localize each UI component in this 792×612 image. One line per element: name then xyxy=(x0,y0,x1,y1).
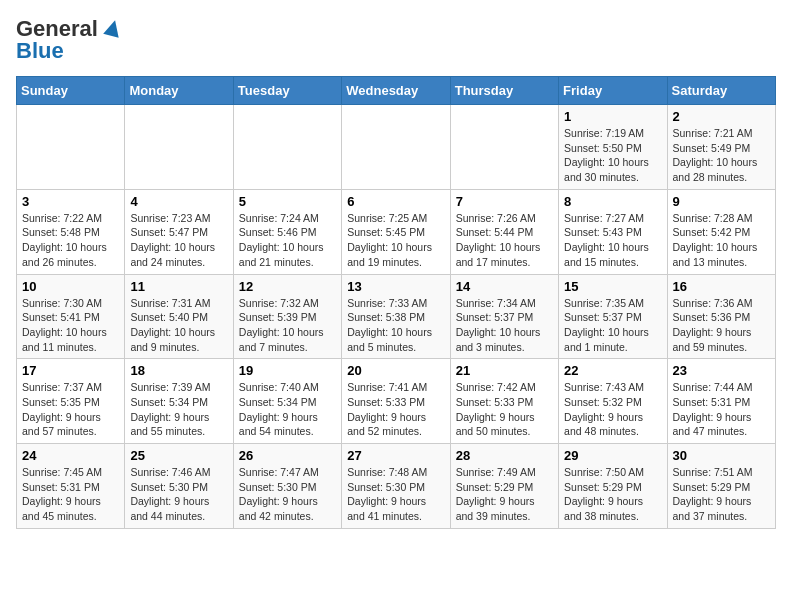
day-info: Sunrise: 7:49 AM Sunset: 5:29 PM Dayligh… xyxy=(456,465,553,524)
day-number: 29 xyxy=(564,448,661,463)
calendar-cell: 24Sunrise: 7:45 AM Sunset: 5:31 PM Dayli… xyxy=(17,444,125,529)
calendar-cell: 3Sunrise: 7:22 AM Sunset: 5:48 PM Daylig… xyxy=(17,189,125,274)
calendar-cell: 15Sunrise: 7:35 AM Sunset: 5:37 PM Dayli… xyxy=(559,274,667,359)
calendar-week-row: 17Sunrise: 7:37 AM Sunset: 5:35 PM Dayli… xyxy=(17,359,776,444)
calendar-cell xyxy=(17,105,125,190)
calendar-week-row: 10Sunrise: 7:30 AM Sunset: 5:41 PM Dayli… xyxy=(17,274,776,359)
col-header-wednesday: Wednesday xyxy=(342,77,450,105)
calendar-cell: 4Sunrise: 7:23 AM Sunset: 5:47 PM Daylig… xyxy=(125,189,233,274)
calendar-cell: 28Sunrise: 7:49 AM Sunset: 5:29 PM Dayli… xyxy=(450,444,558,529)
calendar-header-row: SundayMondayTuesdayWednesdayThursdayFrid… xyxy=(17,77,776,105)
day-info: Sunrise: 7:46 AM Sunset: 5:30 PM Dayligh… xyxy=(130,465,227,524)
day-number: 4 xyxy=(130,194,227,209)
day-number: 16 xyxy=(673,279,770,294)
day-number: 19 xyxy=(239,363,336,378)
day-info: Sunrise: 7:30 AM Sunset: 5:41 PM Dayligh… xyxy=(22,296,119,355)
day-info: Sunrise: 7:48 AM Sunset: 5:30 PM Dayligh… xyxy=(347,465,444,524)
day-number: 8 xyxy=(564,194,661,209)
day-number: 2 xyxy=(673,109,770,124)
logo-blue-text: Blue xyxy=(16,38,64,64)
calendar-cell: 5Sunrise: 7:24 AM Sunset: 5:46 PM Daylig… xyxy=(233,189,341,274)
day-info: Sunrise: 7:41 AM Sunset: 5:33 PM Dayligh… xyxy=(347,380,444,439)
day-info: Sunrise: 7:34 AM Sunset: 5:37 PM Dayligh… xyxy=(456,296,553,355)
day-info: Sunrise: 7:47 AM Sunset: 5:30 PM Dayligh… xyxy=(239,465,336,524)
day-number: 21 xyxy=(456,363,553,378)
calendar-cell: 19Sunrise: 7:40 AM Sunset: 5:34 PM Dayli… xyxy=(233,359,341,444)
day-info: Sunrise: 7:26 AM Sunset: 5:44 PM Dayligh… xyxy=(456,211,553,270)
day-info: Sunrise: 7:50 AM Sunset: 5:29 PM Dayligh… xyxy=(564,465,661,524)
calendar-week-row: 3Sunrise: 7:22 AM Sunset: 5:48 PM Daylig… xyxy=(17,189,776,274)
day-number: 10 xyxy=(22,279,119,294)
calendar-cell: 10Sunrise: 7:30 AM Sunset: 5:41 PM Dayli… xyxy=(17,274,125,359)
day-number: 7 xyxy=(456,194,553,209)
col-header-monday: Monday xyxy=(125,77,233,105)
day-number: 25 xyxy=(130,448,227,463)
day-info: Sunrise: 7:44 AM Sunset: 5:31 PM Dayligh… xyxy=(673,380,770,439)
day-number: 14 xyxy=(456,279,553,294)
calendar-cell xyxy=(233,105,341,190)
day-info: Sunrise: 7:33 AM Sunset: 5:38 PM Dayligh… xyxy=(347,296,444,355)
col-header-saturday: Saturday xyxy=(667,77,775,105)
day-info: Sunrise: 7:27 AM Sunset: 5:43 PM Dayligh… xyxy=(564,211,661,270)
day-number: 5 xyxy=(239,194,336,209)
col-header-sunday: Sunday xyxy=(17,77,125,105)
day-info: Sunrise: 7:35 AM Sunset: 5:37 PM Dayligh… xyxy=(564,296,661,355)
day-number: 24 xyxy=(22,448,119,463)
calendar-cell: 14Sunrise: 7:34 AM Sunset: 5:37 PM Dayli… xyxy=(450,274,558,359)
day-number: 11 xyxy=(130,279,227,294)
calendar-cell: 16Sunrise: 7:36 AM Sunset: 5:36 PM Dayli… xyxy=(667,274,775,359)
calendar-cell xyxy=(342,105,450,190)
calendar-cell: 11Sunrise: 7:31 AM Sunset: 5:40 PM Dayli… xyxy=(125,274,233,359)
logo-triangle-icon xyxy=(103,18,123,42)
day-info: Sunrise: 7:31 AM Sunset: 5:40 PM Dayligh… xyxy=(130,296,227,355)
day-number: 9 xyxy=(673,194,770,209)
day-info: Sunrise: 7:25 AM Sunset: 5:45 PM Dayligh… xyxy=(347,211,444,270)
day-info: Sunrise: 7:19 AM Sunset: 5:50 PM Dayligh… xyxy=(564,126,661,185)
day-info: Sunrise: 7:22 AM Sunset: 5:48 PM Dayligh… xyxy=(22,211,119,270)
day-info: Sunrise: 7:32 AM Sunset: 5:39 PM Dayligh… xyxy=(239,296,336,355)
day-info: Sunrise: 7:39 AM Sunset: 5:34 PM Dayligh… xyxy=(130,380,227,439)
logo: General Blue xyxy=(16,16,123,64)
calendar-cell: 20Sunrise: 7:41 AM Sunset: 5:33 PM Dayli… xyxy=(342,359,450,444)
calendar-cell: 18Sunrise: 7:39 AM Sunset: 5:34 PM Dayli… xyxy=(125,359,233,444)
calendar-table: SundayMondayTuesdayWednesdayThursdayFrid… xyxy=(16,76,776,529)
calendar-cell: 12Sunrise: 7:32 AM Sunset: 5:39 PM Dayli… xyxy=(233,274,341,359)
day-info: Sunrise: 7:23 AM Sunset: 5:47 PM Dayligh… xyxy=(130,211,227,270)
day-info: Sunrise: 7:28 AM Sunset: 5:42 PM Dayligh… xyxy=(673,211,770,270)
day-number: 20 xyxy=(347,363,444,378)
day-number: 3 xyxy=(22,194,119,209)
calendar-cell: 27Sunrise: 7:48 AM Sunset: 5:30 PM Dayli… xyxy=(342,444,450,529)
calendar-cell: 26Sunrise: 7:47 AM Sunset: 5:30 PM Dayli… xyxy=(233,444,341,529)
day-info: Sunrise: 7:24 AM Sunset: 5:46 PM Dayligh… xyxy=(239,211,336,270)
day-number: 30 xyxy=(673,448,770,463)
calendar-cell: 21Sunrise: 7:42 AM Sunset: 5:33 PM Dayli… xyxy=(450,359,558,444)
day-info: Sunrise: 7:42 AM Sunset: 5:33 PM Dayligh… xyxy=(456,380,553,439)
day-number: 6 xyxy=(347,194,444,209)
day-number: 28 xyxy=(456,448,553,463)
calendar-cell: 23Sunrise: 7:44 AM Sunset: 5:31 PM Dayli… xyxy=(667,359,775,444)
calendar-cell: 1Sunrise: 7:19 AM Sunset: 5:50 PM Daylig… xyxy=(559,105,667,190)
day-number: 23 xyxy=(673,363,770,378)
day-info: Sunrise: 7:37 AM Sunset: 5:35 PM Dayligh… xyxy=(22,380,119,439)
svg-marker-0 xyxy=(103,18,123,38)
day-info: Sunrise: 7:36 AM Sunset: 5:36 PM Dayligh… xyxy=(673,296,770,355)
day-number: 17 xyxy=(22,363,119,378)
day-number: 12 xyxy=(239,279,336,294)
day-number: 1 xyxy=(564,109,661,124)
col-header-friday: Friday xyxy=(559,77,667,105)
col-header-tuesday: Tuesday xyxy=(233,77,341,105)
calendar-cell: 9Sunrise: 7:28 AM Sunset: 5:42 PM Daylig… xyxy=(667,189,775,274)
calendar-week-row: 24Sunrise: 7:45 AM Sunset: 5:31 PM Dayli… xyxy=(17,444,776,529)
calendar-cell: 30Sunrise: 7:51 AM Sunset: 5:29 PM Dayli… xyxy=(667,444,775,529)
day-info: Sunrise: 7:43 AM Sunset: 5:32 PM Dayligh… xyxy=(564,380,661,439)
day-info: Sunrise: 7:45 AM Sunset: 5:31 PM Dayligh… xyxy=(22,465,119,524)
calendar-cell: 7Sunrise: 7:26 AM Sunset: 5:44 PM Daylig… xyxy=(450,189,558,274)
calendar-cell: 13Sunrise: 7:33 AM Sunset: 5:38 PM Dayli… xyxy=(342,274,450,359)
calendar-cell: 2Sunrise: 7:21 AM Sunset: 5:49 PM Daylig… xyxy=(667,105,775,190)
day-info: Sunrise: 7:40 AM Sunset: 5:34 PM Dayligh… xyxy=(239,380,336,439)
day-number: 13 xyxy=(347,279,444,294)
calendar-cell: 6Sunrise: 7:25 AM Sunset: 5:45 PM Daylig… xyxy=(342,189,450,274)
calendar-week-row: 1Sunrise: 7:19 AM Sunset: 5:50 PM Daylig… xyxy=(17,105,776,190)
calendar-cell: 25Sunrise: 7:46 AM Sunset: 5:30 PM Dayli… xyxy=(125,444,233,529)
calendar-cell: 29Sunrise: 7:50 AM Sunset: 5:29 PM Dayli… xyxy=(559,444,667,529)
